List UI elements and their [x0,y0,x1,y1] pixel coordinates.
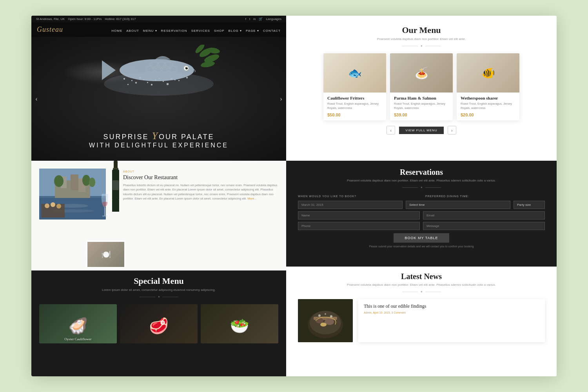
menu-card-desc-0: Roast Trout, English asparagus, Jersey R… [327,102,382,110]
language-selector[interactable]: Languages [266,17,281,21]
svg-rect-57 [102,216,107,216]
menu-card-title-1: Parma Ham & Salmon [394,96,449,100]
discover-section: 🍽️ [31,161,286,270]
special-card-2: 🥗 [201,304,278,343]
svg-point-48 [45,203,49,208]
topbar-right: f t in 🛒 Languages [245,17,281,21]
reservation-note: Please submit your reservation details a… [298,245,545,248]
topbar: St Andrews, File, UK Open hour: 9:00 - 1… [31,16,286,22]
topbar-hotline: Hotline: 817 (319) 317 [105,17,136,21]
navigation: Gusteau HOME ABOUT MENU ▾ RESERVATION SE… [31,22,286,37]
nav-reservation[interactable]: RESERVATION [161,26,187,33]
latest-news-subtitle: Praesent volutela dapibus diam non portt… [298,283,545,287]
site-logo[interactable]: Gusteau [37,25,63,34]
svg-rect-4 [147,82,148,83]
topbar-address: St Andrews, File, UK [36,17,65,21]
cart-icon[interactable]: 🛒 [259,17,263,21]
special-menu-divider: ✦ [39,295,278,299]
date-input[interactable] [298,201,403,209]
special-card-1: 🥩 [120,304,198,343]
svg-point-66 [325,313,326,315]
hero-section: St Andrews, File, UK Open hour: 9:00 - 1… [31,16,286,161]
main-layout: St Andrews, File, UK Open hour: 9:00 - 1… [31,16,557,376]
menu-card-title-0: Cauliflower Fritters [327,96,382,100]
special-menu-cards: 🦪 Oyster Cauliflower 🥩 🥗 [39,304,278,343]
menu-section-title: Our Menu [294,25,549,35]
special-menu-title: Special Menu [39,276,278,286]
svg-rect-16 [186,77,188,78]
nav-blog[interactable]: BLOG ▾ [229,26,242,33]
time-select[interactable]: Select time [406,201,510,209]
book-table-button[interactable]: Book my table [394,233,449,243]
menu-card-desc-1: Roast Trout, English asparagus, Jersey R… [394,102,449,110]
menu-card-image-2: 🐠 [457,53,519,93]
reservation-labels: WHEN WOULD YOU LIKE TO BOOK? PREFERRED D… [298,195,545,198]
wine-bottle-image [110,161,122,212]
latest-news-divider: ✦ [298,290,545,294]
nav-home[interactable]: HOME [111,26,122,33]
menu-card-body-1: Parma Ham & Salmon Roast Trout, English … [390,93,453,120]
svg-point-65 [318,314,321,317]
hero-tagline: SURPRISE YOUR PALATE [31,130,286,142]
menu-prev-arrow[interactable]: ‹ [387,126,395,134]
discover-text: Phasellus lobortis dictum sit eu placera… [123,183,278,201]
nav-services[interactable]: SERVICES [191,26,210,33]
news-image-svg [298,299,353,342]
hero-fish-image [92,45,225,107]
svg-rect-12 [151,84,152,85]
nav-contact[interactable]: CONTACT [263,26,281,33]
discover-dining-image: 🍽️ [86,241,125,268]
special-card-bg-1: 🥩 [120,304,198,343]
view-full-menu-button[interactable]: View Full Menu [399,127,444,134]
instagram-icon[interactable]: in [253,17,256,21]
message-input[interactable] [423,222,545,230]
hero-prev-arrow[interactable]: ‹ [35,95,38,103]
hero-next-arrow[interactable]: › [280,95,282,103]
svg-point-67 [330,315,332,318]
menu-card-body-0: Cauliflower Fritters Roast Trout, Englis… [323,93,386,120]
menu-section-subtitle: Praesent volutela dapibus diam non portt… [294,37,549,41]
discover-more-link[interactable]: More... [247,197,256,200]
menu-navigation: ‹ View Full Menu › [294,126,549,134]
topbar-hours: Open hour: 9:00 - 11Pm [68,17,102,21]
news-article-title: This is one of our edible findings [364,303,539,310]
bottom-left-section: 🍽️ [31,161,286,376]
menu-card-image-0: 🐟 [323,53,386,93]
name-input[interactable] [298,211,420,220]
party-size-select[interactable]: Party size [514,201,545,209]
special-menu-section: Special Menu Lorem ipsum dolor sit amet,… [31,270,286,376]
email-input[interactable] [423,211,545,220]
svg-rect-56 [104,208,105,216]
svg-rect-2 [131,80,132,81]
twitter-icon[interactable]: t [249,17,250,21]
menu-divider: ✦ [294,44,549,48]
reservations-title: Reservations [298,168,545,177]
svg-point-62 [316,318,323,323]
hero-image: SURPRISE YOUR PALATE WITH DELIGHTFUL EXP… [31,37,286,161]
discover-title: Discover Our Restaurant [123,174,278,181]
phone-input[interactable] [298,222,420,230]
nav-menu[interactable]: MENU ▾ [143,26,157,33]
menu-card-price-2: $20.00 [461,113,515,117]
svg-rect-14 [167,83,169,85]
nav-about[interactable]: ABOUT [126,26,139,33]
bottom-right-section: Reservations Praesent volutela dapibus d… [286,161,557,376]
svg-point-43 [82,175,90,186]
hero-subtitle: WITH DELIGHTFUL EXPERIENCE [31,142,286,149]
svg-point-49 [51,202,55,207]
menu-card-image-1: 🍝 [390,53,453,93]
latest-news-title: Latest News [298,272,545,281]
svg-rect-40 [71,174,78,190]
nav-page[interactable]: PAGE ▾ [246,26,259,33]
news-text-card: This is one of our edible findings Admin… [358,299,545,342]
menu-card-desc-2: Roast Trout, English asparagus, Jersey R… [461,102,515,110]
menu-next-arrow[interactable]: › [448,126,456,134]
svg-point-50 [56,204,61,209]
svg-point-44 [89,178,95,187]
fb-icon[interactable]: f [245,17,246,21]
reservation-row-2 [298,211,545,220]
svg-rect-55 [112,200,119,212]
menu-card-price-0: $50.00 [327,113,382,117]
menu-card-1: 🍝 Parma Ham & Salmon Roast Trout, Englis… [390,53,453,120]
nav-shop[interactable]: SHOP [214,26,225,33]
